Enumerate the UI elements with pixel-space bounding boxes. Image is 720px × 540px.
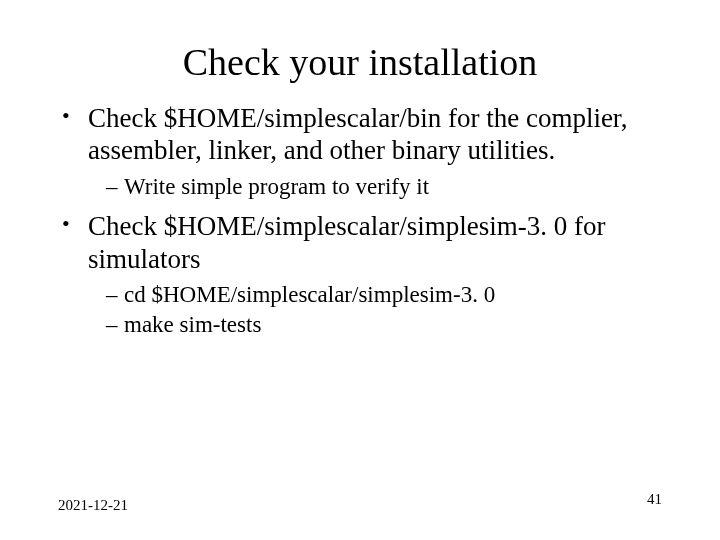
sub-item: cd $HOME/simplescalar/simplesim-3. 0 — [106, 281, 670, 309]
bullet-text: Check $HOME/simplescalar/simplesim-3. 0 … — [88, 211, 605, 273]
bullet-item: Check $HOME/simplescalar/simplesim-3. 0 … — [60, 210, 670, 338]
sub-text: cd $HOME/simplescalar/simplesim-3. 0 — [124, 282, 495, 307]
bullet-text: Check $HOME/simplescalar/bin for the com… — [88, 103, 628, 165]
bullet-list: Check $HOME/simplescalar/bin for the com… — [60, 102, 670, 338]
slide-body: Check $HOME/simplescalar/bin for the com… — [0, 102, 720, 338]
slide-title: Check your installation — [0, 0, 720, 102]
sub-item: Write simple program to verify it — [106, 173, 670, 201]
sub-item: make sim-tests — [106, 311, 670, 339]
sub-text: make sim-tests — [124, 312, 261, 337]
sub-list: Write simple program to verify it — [88, 173, 670, 201]
sub-text: Write simple program to verify it — [124, 174, 429, 199]
slide: Check your installation Check $HOME/simp… — [0, 0, 720, 540]
page-number: 41 — [647, 491, 662, 508]
sub-list: cd $HOME/simplescalar/simplesim-3. 0 mak… — [88, 281, 670, 338]
footer-date: 2021-12-21 — [58, 497, 128, 514]
bullet-item: Check $HOME/simplescalar/bin for the com… — [60, 102, 670, 200]
